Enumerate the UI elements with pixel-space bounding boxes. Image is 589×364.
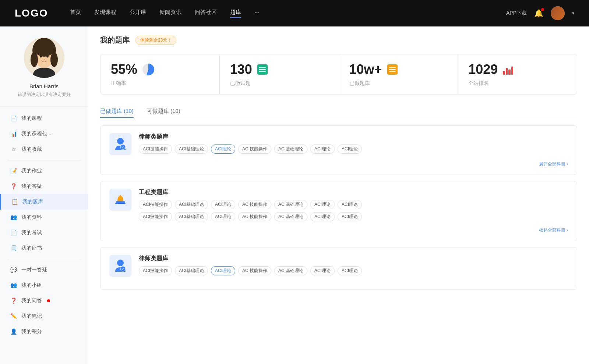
sidebar-item-1on1[interactable]: 💬 一对一答疑 [0, 262, 88, 278]
questions-icon: ❓ [10, 297, 17, 304]
bank-tag[interactable]: ACI理论 [338, 212, 362, 221]
list-line2 [389, 69, 396, 70]
list-line3 [389, 71, 396, 72]
bank-tag[interactable]: ACI基础理论 [175, 266, 208, 275]
tab-available-banks[interactable]: 可做题库 (10) [147, 105, 180, 118]
bank-tag[interactable]: ACI理论 [338, 266, 362, 275]
collapse-button-engineer[interactable]: 收起全部科目 › [539, 228, 568, 233]
stat-label-questions: 已做试题 [230, 80, 328, 87]
tab-done-banks[interactable]: 已做题库 (10) [100, 105, 134, 118]
bank-tag[interactable]: ACI理论 [310, 144, 335, 154]
bank-name-lawyer-1: 律师类题库 [139, 133, 568, 141]
bank-tag[interactable]: ACI理论 [310, 200, 335, 209]
courses-label: 我的课程 [21, 115, 42, 122]
bank-tag[interactable]: ACI技能操作 [238, 266, 271, 275]
stat-card-banks-done: 10w+ 已做题库 [339, 54, 458, 94]
sidebar-item-favorites[interactable]: ☆ 我的收藏 [0, 142, 88, 157]
svg-point-6 [40, 56, 42, 58]
sidebar-item-homework[interactable]: 📝 我的作业 [0, 163, 88, 179]
bank-tag[interactable]: ACI理论 [310, 266, 335, 275]
nav-qa[interactable]: 问答社区 [195, 9, 217, 18]
bank-tag[interactable]: ACI理论 [211, 200, 235, 209]
stat-card-questions-done: 130 已做试题 [220, 54, 339, 94]
bank-tag[interactable]: ACI基础理论 [274, 144, 307, 154]
sidebar-item-profile[interactable]: 👥 我的资料 [0, 210, 88, 225]
bank-name-lawyer-2: 律师类题库 [139, 255, 568, 263]
sidebar-item-group[interactable]: 👥 我的小组 [0, 278, 88, 293]
sidebar-item-exam[interactable]: 📄 我的考试 [0, 225, 88, 240]
bank-tag[interactable]: ACI基础理论 [175, 200, 208, 209]
bank-tag[interactable]: ACI技能操作 [139, 212, 172, 221]
bank-tag[interactable]: ACI理论 [338, 144, 362, 154]
profile-section: Brian Harris 错误的决定比没有决定要好 [0, 38, 88, 107]
exam-icon: 📄 [10, 229, 17, 236]
questionbank-label: 我的题库 [22, 199, 43, 205]
bank-tags-engineer: ACI技能操作 ACI基础理论 ACI理论 ACI技能操作 ACI基础理论 AC… [139, 200, 568, 209]
stat-label-banks: 已做题库 [349, 80, 448, 87]
bank-tags-engineer-row2: ACI技能操作 ACI基础理论 ACI理论 ACI技能操作 ACI基础理论 AC… [139, 212, 568, 221]
notes-icon: ✏️ [10, 313, 17, 320]
lawyer2-icon-svg: ✓ [112, 258, 128, 274]
bank-info-lawyer-2: 律师类题库 ACI技能操作 ACI基础理论 ACI理论 ACI技能操作 ACI基… [139, 255, 568, 275]
user-avatar[interactable] [551, 6, 565, 20]
notification-bell-icon[interactable]: 🔔 [534, 9, 543, 18]
bank-tags-lawyer-1: ACI技能操作 ACI基础理论 ACI理论 ACI技能操作 ACI基础理论 AC… [139, 144, 568, 154]
nav-questionbank[interactable]: 题库 [230, 9, 241, 18]
nav-news[interactable]: 新闻资讯 [159, 9, 181, 18]
profile-avatar [24, 38, 64, 78]
course-packages-label: 我的课程包... [21, 131, 52, 137]
bank-tag[interactable]: ACI技能操作 [238, 144, 271, 154]
bank-tag-selected[interactable]: ACI理论 [211, 144, 235, 154]
svg-point-7 [46, 56, 49, 58]
app-download-button[interactable]: APP下载 [506, 10, 527, 17]
bank-tag[interactable]: ACI技能操作 [139, 266, 172, 275]
stat-top-questions: 130 [230, 62, 328, 77]
bank-tag[interactable]: ACI基础理论 [175, 144, 208, 154]
points-label: 我的积分 [21, 328, 42, 335]
courses-icon: 📄 [10, 115, 17, 122]
bank-tag[interactable]: ACI技能操作 [139, 200, 172, 209]
bank-expand-engineer: 收起全部科目 › [109, 226, 568, 233]
sidebar-item-questions[interactable]: ❓ 我的问答 [0, 293, 88, 308]
bank-tag[interactable]: ACI技能操作 [238, 200, 271, 209]
favorites-icon: ☆ [10, 146, 17, 153]
svg-text:✓: ✓ [121, 146, 124, 149]
nav-home[interactable]: 首页 [70, 9, 81, 18]
user-dropdown-icon[interactable]: ▾ [572, 11, 574, 16]
nav-more[interactable]: ··· [254, 9, 259, 18]
profile-name: Brian Harris [29, 83, 59, 89]
sidebar-item-course-packages[interactable]: 📊 我的课程包... [0, 126, 88, 142]
bank-tag[interactable]: ACI基础理论 [274, 266, 307, 275]
nav-open-course[interactable]: 公开课 [130, 9, 146, 18]
sidebar-item-notes[interactable]: ✏️ 我的笔记 [0, 308, 88, 324]
bank-tag[interactable]: ACI基础理论 [274, 212, 307, 221]
sidebar-item-qa[interactable]: ❓ 我的答疑 [0, 179, 88, 194]
expand-button-lawyer-1[interactable]: 展开全部科目 › [539, 161, 568, 167]
sidebar-item-courses[interactable]: 📄 我的课程 [0, 111, 88, 126]
sidebar-item-certificate[interactable]: 🗒️ 我的证书 [0, 240, 88, 256]
stat-top-rank: 1029 [468, 62, 567, 77]
bank-tag[interactable]: ACI理论 [211, 212, 235, 221]
chart-bar2 [506, 68, 508, 75]
sidebar-item-points[interactable]: 👤 我的积分 [0, 324, 88, 339]
bank-tag[interactable]: ACI理论 [310, 212, 335, 221]
bank-tag-selected[interactable]: ACI理论 [211, 266, 235, 275]
bank-icon-engineer [109, 189, 131, 211]
bank-tag[interactable]: ACI理论 [338, 200, 362, 209]
tabs: 已做题库 (10) 可做题库 (10) [100, 105, 577, 118]
bank-tag[interactable]: ACI技能操作 [139, 144, 172, 154]
bank-icon-lawyer-2: ✓ [109, 255, 131, 277]
questionbank-icon: 📋 [11, 199, 18, 205]
chart-bar1 [503, 71, 505, 75]
stat-top-banks: 10w+ [349, 62, 448, 77]
course-packages-icon: 📊 [10, 131, 17, 137]
bank-tag[interactable]: ACI基础理论 [274, 200, 307, 209]
nav-discover[interactable]: 发现课程 [94, 9, 116, 18]
bank-header-engineer: 工程类题库 ACI技能操作 ACI基础理论 ACI理论 ACI技能操作 ACI基… [109, 189, 568, 221]
homework-icon: 📝 [10, 168, 17, 174]
bank-item-lawyer-2: ✓ 律师类题库 ACI技能操作 ACI基础理论 ACI理论 ACI技能操作 AC… [100, 247, 577, 290]
bank-tag[interactable]: ACI技能操作 [238, 212, 271, 221]
svg-point-3 [31, 52, 38, 67]
sidebar-item-questionbank[interactable]: 📋 我的题库 [0, 194, 88, 210]
bank-tag[interactable]: ACI基础理论 [175, 212, 208, 221]
